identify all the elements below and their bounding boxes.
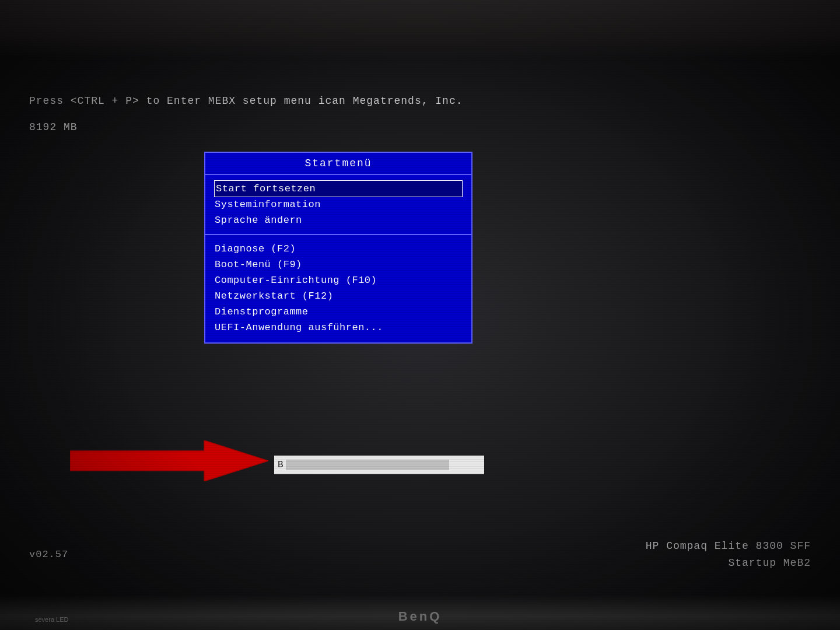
menu-item-uefi-anwendung[interactable]: UEFI-Anwendung ausführen... — [215, 320, 462, 335]
bios-model-line1: HP Compaq Elite 8300 SFF — [646, 538, 811, 555]
svg-marker-0 — [70, 440, 268, 481]
start-menu-box[interactable]: Startmenü Start fortsetzen Systeminforma… — [204, 152, 473, 344]
start-menu-title: Startmenü — [205, 153, 471, 175]
bios-content-area: Press <CTRL + P> to Enter MEBX setup men… — [29, 58, 811, 595]
menu-item-start-fortsetzen[interactable]: Start fortsetzen — [215, 181, 462, 197]
start-menu-section1: Start fortsetzen Systeminformation Sprac… — [205, 175, 471, 235]
menu-item-netzwerkstart[interactable]: Netzwerkstart (F12) — [215, 288, 462, 304]
bios-model-info: HP Compaq Elite 8300 SFF Startup MeB2 — [646, 538, 811, 572]
redacted-text-bar: B — [274, 456, 484, 474]
bios-ram-info: 8192 MB — [29, 121, 78, 133]
menu-item-systeminformation[interactable]: Systeminformation — [215, 197, 462, 212]
start-menu-section2: Diagnose (F2) Boot-Menü (F9) Computer-Ei… — [205, 235, 471, 342]
redacted-prefix-letter: B — [278, 460, 284, 470]
menu-item-diagnose[interactable]: Diagnose (F2) — [215, 241, 462, 257]
menu-item-sprache-aendern[interactable]: Sprache ändern — [215, 212, 462, 228]
top-bezel — [0, 0, 840, 58]
bios-model-line2: Startup MeB2 — [646, 555, 811, 572]
monitor-led-label: severa LED — [35, 616, 68, 623]
redacted-content — [286, 460, 449, 470]
bios-version: v02.57 — [29, 549, 68, 560]
menu-item-boot-menue[interactable]: Boot-Menü (F9) — [215, 257, 462, 272]
bios-ctrl-p-message: Press <CTRL + P> to Enter MEBX setup men… — [29, 93, 811, 109]
menu-item-computer-einrichtung[interactable]: Computer-Einrichtung (F10) — [215, 272, 462, 288]
monitor-brand: BenQ — [398, 609, 442, 624]
menu-item-dienstprogramme[interactable]: Dienstprogramme — [215, 304, 462, 320]
bottom-bezel: severa LED BenQ — [0, 595, 840, 630]
red-arrow-indicator — [70, 440, 268, 481]
